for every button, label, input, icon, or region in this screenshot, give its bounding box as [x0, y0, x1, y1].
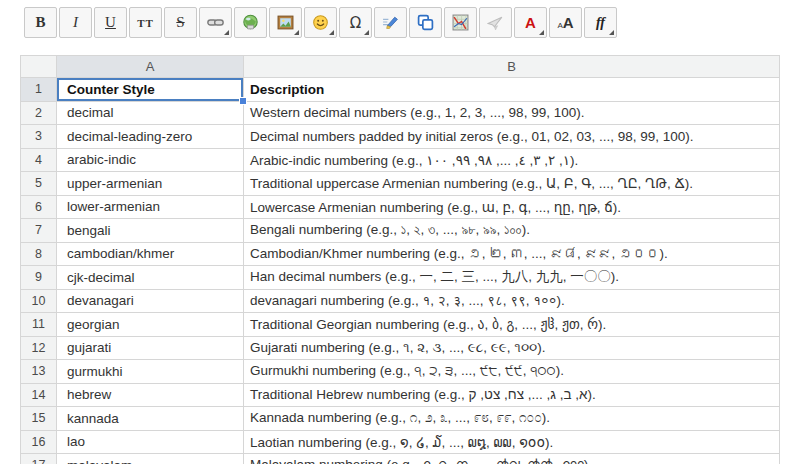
cell-b9[interactable]: Han decimal numbers (e.g., 一, 二, 三, ...,… — [244, 266, 780, 290]
send-button — [479, 7, 512, 38]
insert-link-button[interactable] — [199, 7, 232, 38]
cell-a15[interactable]: kannada — [57, 407, 244, 431]
cell-a7[interactable]: bengali — [57, 219, 244, 243]
dropdown-corner-icon — [224, 30, 229, 35]
cell-a17[interactable]: malayalam — [57, 454, 244, 464]
cell-a10[interactable]: devanagari — [57, 289, 244, 313]
spreadsheet: AB 1Counter StyleDescription2decimalWest… — [20, 55, 780, 464]
cell-a4[interactable]: arabic-indic — [57, 148, 244, 172]
cell-a14[interactable]: hebrew — [57, 383, 244, 407]
cell-a2[interactable]: decimal — [57, 101, 244, 125]
row-header-2[interactable]: 2 — [21, 101, 57, 125]
cell-a9[interactable]: cjk-decimal — [57, 266, 244, 290]
cell-a8[interactable]: cambodian/khmer — [57, 242, 244, 266]
cell-a1[interactable]: Counter Style — [57, 78, 244, 102]
cell-a11[interactable]: georgian — [57, 313, 244, 337]
row-header-5[interactable]: 5 — [21, 172, 57, 196]
insert-chart-button[interactable] — [444, 7, 477, 38]
row-header-13[interactable]: 13 — [21, 360, 57, 384]
table-row: 5upper-armenianTraditional uppercase Arm… — [21, 172, 780, 196]
row-header-11[interactable]: 11 — [21, 313, 57, 337]
table-row: 6lower-armenianLowercase Armenian number… — [21, 195, 780, 219]
row-header-17[interactable]: 17 — [21, 454, 57, 464]
cell-a12[interactable]: gujarati — [57, 336, 244, 360]
cell-b3[interactable]: Decimal numbers padded by initial zeros … — [244, 125, 780, 149]
cell-b6[interactable]: Lowercase Armenian numbering (e.g., ա, բ… — [244, 195, 780, 219]
cell-b5[interactable]: Traditional uppercase Armenian numbering… — [244, 172, 780, 196]
cell-b15[interactable]: Kannada numbering (e.g., ೧, ೨, ೩, ..., ೯… — [244, 407, 780, 431]
table-row: 15kannadaKannada numbering (e.g., ೧, ೨, … — [21, 407, 780, 431]
cell-b12[interactable]: Gujarati numbering (e.g., ૧, ૨, ૩, ..., … — [244, 336, 780, 360]
row-header-15[interactable]: 15 — [21, 407, 57, 431]
corner-cell[interactable] — [21, 56, 57, 78]
cell-b17[interactable]: Malayalam numbering (e.g., ൧, ൨, ൩, ...,… — [244, 454, 780, 464]
cell-a5[interactable]: upper-armenian — [57, 172, 244, 196]
row-header-4[interactable]: 4 — [21, 148, 57, 172]
column-header-a[interactable]: A — [57, 56, 244, 78]
font-color-button[interactable]: A — [514, 7, 547, 38]
insert-image-button[interactable] — [269, 7, 302, 38]
column-header-b[interactable]: B — [244, 56, 780, 78]
italic-button[interactable]: I — [59, 7, 92, 38]
row-header-10[interactable]: 10 — [21, 289, 57, 313]
table-row: 7bengaliBengali numbering (e.g., ১, ২, ৩… — [21, 219, 780, 243]
image-icon — [277, 14, 294, 31]
row-header-6[interactable]: 6 — [21, 195, 57, 219]
table-row: 14hebrewTraditional Hebrew numbering (e.… — [21, 383, 780, 407]
table-row: 17malayalamMalayalam numbering (e.g., ൧,… — [21, 454, 780, 464]
row-header-8[interactable]: 8 — [21, 242, 57, 266]
teletype-button[interactable]: TT — [129, 7, 162, 38]
font-family-label: ff — [596, 15, 605, 31]
smiley-icon — [312, 14, 329, 31]
strikethrough-label: S — [176, 14, 184, 31]
cell-a16[interactable]: lao — [57, 430, 244, 454]
row-header-9[interactable]: 9 — [21, 266, 57, 290]
cell-b7[interactable]: Bengali numbering (e.g., ১, ২, ৩, ..., ৯… — [244, 219, 780, 243]
cell-b4[interactable]: Arabic-indic numbering (e.g., ١, ٢, ٣, ٤… — [244, 148, 780, 172]
table-row: 9cjk-decimalHan decimal numbers (e.g., 一… — [21, 266, 780, 290]
strikethrough-button[interactable]: S — [164, 7, 197, 38]
cell-a13[interactable]: gurmukhi — [57, 360, 244, 384]
row-header-16[interactable]: 16 — [21, 430, 57, 454]
table-row: 2decimalWestern decimal numbers (e.g., 1… — [21, 101, 780, 125]
cell-a6[interactable]: lower-armenian — [57, 195, 244, 219]
italic-label: I — [73, 14, 78, 31]
insert-web-image-button[interactable] — [234, 7, 267, 38]
dropdown-corner-icon — [294, 30, 299, 35]
link-icon — [207, 14, 224, 31]
cell-a3[interactable]: decimal-leading-zero — [57, 125, 244, 149]
cell-b16[interactable]: Laotian numbering (e.g., ໑, ໒, ໓, ..., ໙… — [244, 430, 780, 454]
cell-b8[interactable]: Cambodian/Khmer numbering (e.g., ១, ២, ៣… — [244, 242, 780, 266]
row-header-12[interactable]: 12 — [21, 336, 57, 360]
table-row: 11georgianTraditional Georgian numbering… — [21, 313, 780, 337]
cell-b10[interactable]: devanagari numbering (e.g., १, २, ३, ...… — [244, 289, 780, 313]
bold-label: B — [35, 14, 45, 31]
draw-signature-button[interactable] — [374, 7, 407, 38]
bold-button[interactable]: B — [24, 7, 57, 38]
dropdown-corner-icon — [329, 30, 334, 35]
special-character-button[interactable]: Ω — [339, 7, 372, 38]
cell-b14[interactable]: Traditional Hebrew numbering (e.g., א, ב… — [244, 383, 780, 407]
cell-b11[interactable]: Traditional Georgian numbering (e.g., ა,… — [244, 313, 780, 337]
paper-plane-icon — [487, 14, 504, 31]
dropdown-corner-icon — [364, 30, 369, 35]
cell-b1[interactable]: Description — [244, 78, 780, 102]
copy-icon — [417, 14, 434, 31]
cell-b2[interactable]: Western decimal numbers (e.g., 1, 2, 3, … — [244, 101, 780, 125]
underline-button[interactable]: U — [94, 7, 127, 38]
duplicate-button[interactable] — [409, 7, 442, 38]
table-row: 10devanagaridevanagari numbering (e.g., … — [21, 289, 780, 313]
row-header-14[interactable]: 14 — [21, 383, 57, 407]
fill-handle[interactable] — [239, 97, 247, 105]
row-header-3[interactable]: 3 — [21, 125, 57, 149]
insert-emoticon-button[interactable] — [304, 7, 337, 38]
font-size-button[interactable]: AA — [549, 7, 582, 38]
pen-icon — [382, 14, 399, 31]
row-header-7[interactable]: 7 — [21, 219, 57, 243]
table-row: 3decimal-leading-zeroDecimal numbers pad… — [21, 125, 780, 149]
row-header-1[interactable]: 1 — [21, 78, 57, 102]
cell-b13[interactable]: Gurmukhi numbering (e.g., ੧, ੨, ੩, ..., … — [244, 360, 780, 384]
font-family-button[interactable]: ff — [584, 7, 617, 38]
font-size-big-a: A — [563, 14, 574, 31]
spreadsheet-table: AB 1Counter StyleDescription2decimalWest… — [20, 55, 780, 464]
